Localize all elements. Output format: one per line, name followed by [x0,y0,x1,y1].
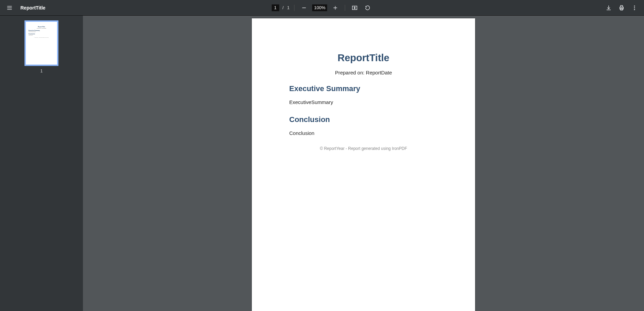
zoom-input[interactable] [312,4,327,11]
download-icon [606,5,612,11]
page-number-input[interactable] [272,4,279,11]
divider [294,5,295,11]
thumb-date: Prepared on: ReportDate [29,28,54,29]
page-separator: / [282,5,284,10]
download-button[interactable] [604,3,613,13]
menu-button[interactable] [5,3,14,13]
page-1: ReportTitle Prepared on: ReportDate Exec… [252,18,475,311]
divider [345,5,345,11]
rotate-icon [365,5,371,11]
svg-rect-11 [621,5,623,7]
more-vert-icon [631,5,638,11]
section-body-conclusion: Conclusion [289,130,438,136]
thumb-title: ReportTitle [29,26,54,28]
body: ReportTitle Prepared on: ReportDate Exec… [0,16,644,311]
toolbar-center: / 1 [272,3,372,13]
doc-title: ReportTitle [289,52,438,64]
fit-icon [352,5,358,11]
print-icon [619,5,625,11]
plus-icon [333,5,338,11]
section-heading-executive-summary: Executive Summary [289,84,438,93]
minus-icon [301,5,307,11]
toolbar-right [604,3,644,13]
section-body-executive-summary: ExecutiveSummary [289,99,438,105]
doc-footer: © ReportYear - Report generated using Ir… [289,146,438,151]
svg-point-15 [634,9,635,10]
thumb-p1: ExecutiveSummary [29,31,54,32]
fit-page-button[interactable] [350,3,360,13]
toolbar-left: ReportTitle [0,3,46,13]
toolbar: ReportTitle / 1 [0,0,644,16]
thumb-foot: © ReportYear - Report generated using Ir… [29,37,54,38]
zoom-out-button[interactable] [299,3,309,13]
zoom-in-button[interactable] [331,3,340,13]
thumbnail-label: 1 [40,69,43,73]
menu-icon [6,5,13,11]
section-heading-conclusion: Conclusion [289,115,438,124]
thumb-p2: Conclusion [29,35,54,36]
thumbnail-sidebar: ReportTitle Prepared on: ReportDate Exec… [0,16,83,311]
rotate-button[interactable] [363,3,372,13]
document-title: ReportTitle [20,5,46,11]
page-thumbnail-1[interactable]: ReportTitle Prepared on: ReportDate Exec… [24,20,58,66]
svg-point-13 [634,5,635,6]
more-button[interactable] [630,3,639,13]
svg-point-14 [634,7,635,8]
page-total: 1 [287,5,290,10]
document-viewport[interactable]: ReportTitle Prepared on: ReportDate Exec… [83,16,644,311]
print-button[interactable] [617,3,626,13]
doc-prepared-on: Prepared on: ReportDate [289,70,438,75]
